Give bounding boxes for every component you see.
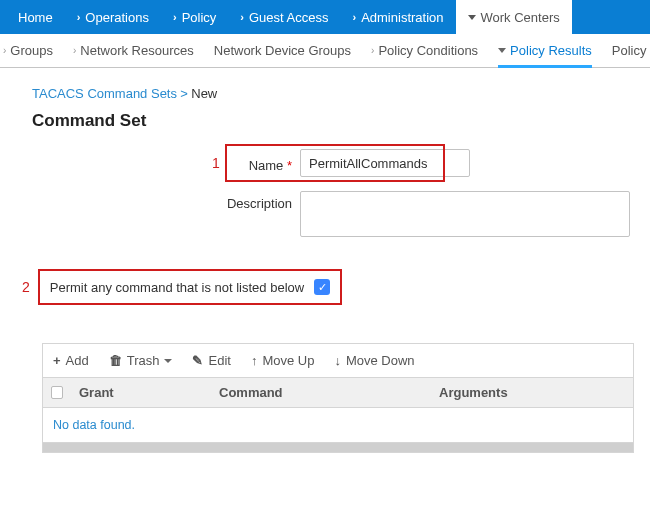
permit-any-label: Permit any command that is not listed be… bbox=[50, 280, 304, 295]
subnav-policy-sets[interactable]: Policy Sets bbox=[602, 34, 650, 67]
trash-button[interactable]: 🗑Trash bbox=[99, 344, 183, 377]
callout-2-box: Permit any command that is not listed be… bbox=[38, 269, 342, 305]
chevron-right-icon: › bbox=[173, 11, 177, 23]
no-data-message: No data found. bbox=[43, 408, 633, 442]
select-all-checkbox[interactable] bbox=[51, 386, 63, 399]
arrow-down-icon: ↓ bbox=[334, 353, 341, 368]
chevron-right-icon: › bbox=[240, 11, 244, 23]
trash-icon: 🗑 bbox=[109, 353, 122, 368]
caret-down-icon bbox=[498, 48, 506, 53]
plus-icon: + bbox=[53, 353, 61, 368]
permit-row: 2 Permit any command that is not listed … bbox=[0, 269, 650, 305]
nav-operations[interactable]: ›Operations bbox=[65, 0, 161, 34]
top-nav: Home ›Operations ›Policy ›Guest Access ›… bbox=[0, 0, 650, 34]
sub-nav: ›Groups ›Network Resources Network Devic… bbox=[0, 34, 650, 68]
header-checkbox-cell[interactable] bbox=[43, 386, 71, 399]
breadcrumb-current: New bbox=[191, 86, 217, 101]
grid-toolbar: +Add 🗑Trash ✎Edit ↑Move Up ↓Move Down bbox=[43, 344, 633, 378]
subnav-policy-results[interactable]: Policy Results bbox=[488, 34, 602, 67]
callout-2-number: 2 bbox=[22, 279, 30, 295]
nav-administration[interactable]: ›Administration bbox=[340, 0, 455, 34]
chevron-right-icon: › bbox=[352, 11, 356, 23]
name-input[interactable] bbox=[300, 149, 470, 177]
description-input[interactable] bbox=[300, 191, 630, 237]
callout-1-number: 1 bbox=[212, 155, 220, 171]
chevron-right-icon: › bbox=[371, 45, 374, 56]
breadcrumb: TACACS Command Sets > New bbox=[32, 86, 650, 101]
add-button[interactable]: +Add bbox=[43, 344, 99, 377]
caret-down-icon bbox=[468, 15, 476, 20]
chevron-right-icon: › bbox=[73, 45, 76, 56]
edit-icon: ✎ bbox=[192, 353, 203, 368]
nav-guest-access[interactable]: ›Guest Access bbox=[228, 0, 340, 34]
description-label: Description bbox=[0, 191, 300, 211]
scrollbar-thumb[interactable] bbox=[43, 443, 633, 452]
caret-down-icon bbox=[164, 359, 172, 363]
col-command[interactable]: Command bbox=[211, 385, 431, 400]
page-title: Command Set bbox=[32, 111, 650, 131]
grid-header: Grant Command Arguments bbox=[43, 378, 633, 408]
form: 1 Name * Description bbox=[0, 149, 650, 237]
arrow-up-icon: ↑ bbox=[251, 353, 258, 368]
col-arguments[interactable]: Arguments bbox=[431, 385, 633, 400]
nav-work-centers[interactable]: Work Centers bbox=[456, 0, 572, 34]
breadcrumb-parent[interactable]: TACACS Command Sets bbox=[32, 86, 177, 101]
required-asterisk: * bbox=[287, 158, 292, 173]
subnav-groups[interactable]: ›Groups bbox=[0, 34, 63, 67]
nav-home[interactable]: Home bbox=[0, 0, 65, 34]
horizontal-scrollbar[interactable] bbox=[43, 442, 633, 452]
col-grant[interactable]: Grant bbox=[71, 385, 211, 400]
command-grid: +Add 🗑Trash ✎Edit ↑Move Up ↓Move Down Gr… bbox=[42, 343, 634, 453]
move-up-button[interactable]: ↑Move Up bbox=[241, 344, 325, 377]
chevron-right-icon: › bbox=[3, 45, 6, 56]
name-label: Name * bbox=[0, 153, 300, 173]
nav-policy[interactable]: ›Policy bbox=[161, 0, 228, 34]
subnav-policy-conditions[interactable]: ›Policy Conditions bbox=[361, 34, 488, 67]
subnav-network-device-groups[interactable]: Network Device Groups bbox=[204, 34, 361, 67]
edit-button[interactable]: ✎Edit bbox=[182, 344, 240, 377]
subnav-network-resources[interactable]: ›Network Resources bbox=[63, 34, 204, 67]
move-down-button[interactable]: ↓Move Down bbox=[324, 344, 424, 377]
chevron-right-icon: › bbox=[77, 11, 81, 23]
permit-any-checkbox[interactable]: ✓ bbox=[314, 279, 330, 295]
breadcrumb-sep: > bbox=[180, 86, 188, 101]
